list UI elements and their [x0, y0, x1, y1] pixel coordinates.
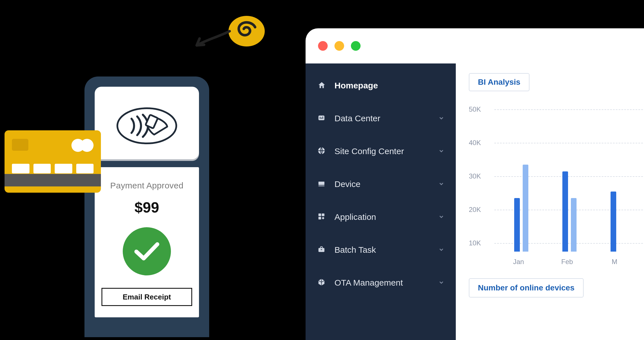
bi-analysis-chart: 50K 40K 30K 20K 10K Jan Feb — [469, 105, 644, 264]
chart-bar — [523, 165, 528, 252]
chart-bar — [514, 198, 520, 252]
chart-xtick: Jan — [513, 258, 524, 266]
svg-rect-12 — [319, 217, 321, 219]
tab-bi-analysis[interactable]: BI Analysis — [469, 73, 529, 91]
chevron-down-icon — [438, 278, 444, 288]
card-online-devices[interactable]: Number of online devices — [469, 278, 584, 298]
chevron-down-icon — [438, 179, 444, 189]
svg-rect-9 — [319, 186, 325, 186]
mastercard-logo-icon — [71, 139, 94, 152]
chart-icon — [317, 114, 327, 123]
chart-bar — [611, 192, 616, 252]
svg-point-0 — [228, 16, 265, 46]
device-icon — [317, 180, 327, 189]
email-receipt-button[interactable]: Email Receipt — [101, 288, 192, 306]
browser-window: Homepage Data Center Site Config Center — [306, 28, 644, 340]
sidebar-item-label: Application — [334, 212, 438, 222]
window-titlebar — [306, 28, 644, 63]
sidebar-item-batch-task[interactable]: Batch Task — [306, 233, 456, 266]
sidebar-item-ota-management[interactable]: OTA Management — [306, 266, 456, 299]
payment-status-label: Payment Approved — [110, 181, 183, 190]
chart-bar — [562, 171, 568, 252]
svg-rect-4 — [320, 117, 320, 119]
chevron-down-icon — [438, 114, 444, 123]
sidebar-nav: Homepage Data Center Site Config Center — [306, 63, 456, 340]
chart-ytick: 10K — [469, 239, 481, 247]
chevron-down-icon — [438, 245, 444, 255]
sidebar-item-label: Device — [334, 179, 438, 189]
main-content: BI Analysis 50K 40K 30K 20K 10K Jan — [456, 63, 644, 340]
briefcase-icon — [317, 245, 327, 254]
window-close-button[interactable] — [318, 41, 328, 51]
chart-ytick: 20K — [469, 206, 481, 214]
contactless-icon — [116, 105, 178, 141]
card-number-placeholder — [12, 164, 94, 173]
chart-ytick: 50K — [469, 105, 481, 113]
cube-icon — [317, 278, 327, 287]
svg-rect-14 — [321, 249, 322, 250]
apps-icon — [317, 212, 327, 222]
svg-rect-10 — [319, 214, 321, 216]
card-magstripe — [5, 174, 101, 186]
window-zoom-button[interactable] — [351, 41, 361, 51]
home-icon — [317, 81, 327, 90]
chevron-down-icon — [438, 212, 444, 222]
contactless-tap-pad — [95, 87, 199, 159]
chart-xtick: Feb — [561, 258, 573, 266]
window-minimize-button[interactable] — [334, 41, 344, 51]
sidebar-item-data-center[interactable]: Data Center — [306, 102, 456, 135]
success-check-icon — [123, 227, 171, 275]
chart-ytick: 30K — [469, 172, 481, 180]
credit-card-graphic — [5, 130, 101, 193]
pos-screen: Payment Approved $99 Email Receipt — [95, 167, 199, 317]
svg-rect-5 — [321, 118, 322, 119]
svg-rect-11 — [322, 214, 324, 216]
svg-rect-8 — [319, 182, 325, 185]
sidebar-item-label: Data Center — [334, 114, 438, 123]
chevron-down-icon — [438, 146, 444, 156]
chart-bar — [571, 198, 577, 252]
globe-icon — [317, 147, 327, 156]
sidebar-item-device[interactable]: Device — [306, 168, 456, 201]
sidebar-item-site-config[interactable]: Site Config Center — [306, 135, 456, 168]
chart-xtick: M — [612, 258, 617, 266]
sidebar-item-label: Batch Task — [334, 245, 438, 255]
pos-terminal: Payment Approved $99 Email Receipt — [84, 76, 209, 337]
chart-ytick: 40K — [469, 139, 481, 147]
card-chip-icon — [12, 139, 28, 151]
sidebar-item-label: Site Config Center — [334, 146, 438, 156]
svg-rect-6 — [323, 116, 323, 119]
decorative-spiral-arrow — [193, 11, 266, 58]
sidebar-item-application[interactable]: Application — [306, 201, 456, 233]
sidebar-item-label: OTA Management — [334, 278, 438, 288]
payment-amount: $99 — [135, 199, 159, 216]
sidebar-item-homepage[interactable]: Homepage — [306, 69, 456, 102]
sidebar-item-label: Homepage — [334, 81, 444, 90]
